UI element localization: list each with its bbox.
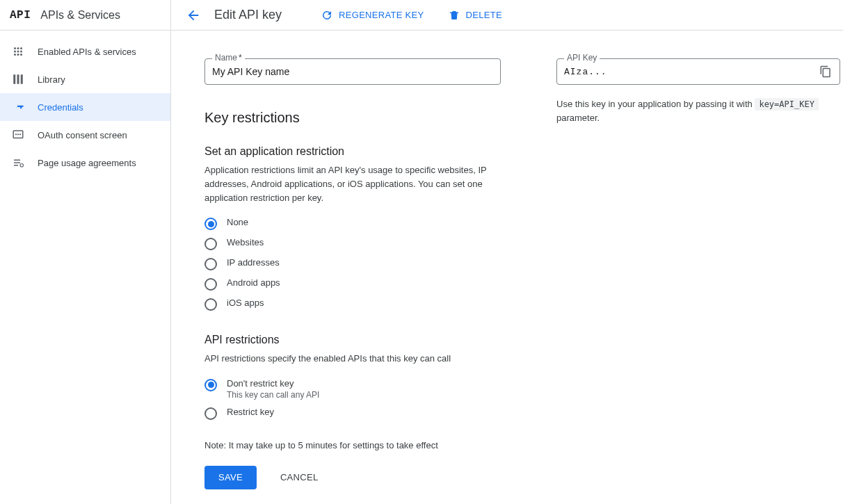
sidebar-item-library[interactable]: Library xyxy=(0,65,170,93)
radio-app-none[interactable]: None xyxy=(204,216,501,231)
product-logo: API xyxy=(10,9,31,22)
back-button[interactable] xyxy=(185,7,202,24)
library-icon xyxy=(11,72,25,86)
sidebar-nav: Enabled APIs & services Library Credenti… xyxy=(0,31,170,177)
svg-point-5 xyxy=(20,51,22,53)
name-field-label: Name * xyxy=(212,53,245,63)
copy-icon xyxy=(819,65,832,78)
api-key-hint: Use this key in your application by pass… xyxy=(556,97,840,124)
sidebar-item-label: Page usage agreements xyxy=(38,158,136,168)
sidebar-header: API APIs & Services xyxy=(0,0,170,31)
application-restriction-heading: Set an application restriction xyxy=(204,145,501,158)
settings-delay-note: Note: It may take up to 5 minutes for se… xyxy=(204,440,501,450)
api-restrictions-heading: API restrictions xyxy=(204,334,501,346)
sidebar-item-label: Credentials xyxy=(38,102,83,113)
sidebar-item-enabled-apis[interactable]: Enabled APIs & services xyxy=(0,38,170,65)
topbar: Edit API key Regenerate Key Delete xyxy=(171,0,843,31)
radio-app-android[interactable]: Android apps xyxy=(204,277,501,291)
consent-icon xyxy=(11,128,25,142)
sidebar-item-label: Library xyxy=(38,74,65,85)
radio-label: Don't restrict key xyxy=(227,378,319,389)
svg-point-4 xyxy=(17,51,19,53)
svg-point-13 xyxy=(15,133,17,135)
sidebar-item-label: OAuth consent screen xyxy=(38,130,127,140)
svg-rect-9 xyxy=(13,74,15,84)
radio-label: IP addresses xyxy=(227,257,280,268)
copy-api-key-button[interactable] xyxy=(819,65,833,79)
radio-label: Android apps xyxy=(227,277,280,288)
page-title: Edit API key xyxy=(214,8,282,22)
svg-point-15 xyxy=(19,133,21,135)
svg-point-8 xyxy=(20,54,22,56)
arrow-left-icon xyxy=(186,8,201,23)
radio-icon xyxy=(204,278,217,291)
radio-icon xyxy=(204,379,217,391)
radio-icon xyxy=(204,238,217,250)
radio-icon xyxy=(204,258,217,270)
key-restrictions-heading: Key restrictions xyxy=(204,110,501,126)
regenerate-key-button[interactable]: Regenerate Key xyxy=(315,6,429,24)
radio-sublabel: This key can call any API xyxy=(227,390,319,400)
main-area: Edit API key Regenerate Key Delete Name … xyxy=(171,0,843,504)
sidebar-item-oauth-consent[interactable]: OAuth consent screen xyxy=(0,121,170,149)
agreements-icon xyxy=(11,156,25,170)
application-restriction-desc: Application restrictions limit an API ke… xyxy=(204,163,488,205)
radio-icon xyxy=(204,218,217,230)
product-title: APIs & Services xyxy=(40,9,120,22)
svg-rect-11 xyxy=(21,74,23,84)
application-restriction-radio-group: None Websites IP addresses Android apps xyxy=(204,216,501,311)
radio-label: None xyxy=(227,217,248,227)
delete-label: Delete xyxy=(466,10,502,20)
api-restriction-radio-group: Don't restrict key This key can call any… xyxy=(204,377,501,421)
api-key-label: API Key xyxy=(564,53,600,63)
api-restrictions-desc: API restrictions specify the enabled API… xyxy=(204,352,488,366)
form-actions: Save Cancel xyxy=(204,466,501,489)
sidebar-item-label: Enabled APIs & services xyxy=(38,47,136,57)
key-icon xyxy=(11,100,25,114)
sidebar-item-page-usage-agreements[interactable]: Page usage agreements xyxy=(0,149,170,177)
right-column: API Key AIza... Use this key in your app… xyxy=(556,58,840,124)
svg-point-2 xyxy=(20,47,22,49)
regenerate-key-label: Regenerate Key xyxy=(339,10,424,20)
radio-label: iOS apps xyxy=(227,298,264,308)
name-field[interactable]: Name * xyxy=(204,58,501,85)
radio-app-websites[interactable]: Websites xyxy=(204,236,501,251)
api-key-hint-code: key=API_KEY xyxy=(755,98,818,111)
left-column: Name * Key restrictions Set an applicati… xyxy=(204,58,501,489)
api-key-value: AIza... xyxy=(564,67,819,77)
refresh-icon xyxy=(321,9,333,22)
svg-point-0 xyxy=(14,47,16,49)
api-key-field: API Key AIza... xyxy=(556,58,840,85)
radio-icon xyxy=(204,407,217,420)
cancel-button[interactable]: Cancel xyxy=(266,466,332,489)
trash-icon xyxy=(448,9,460,22)
radio-label: Restrict key xyxy=(227,407,274,417)
save-button[interactable]: Save xyxy=(204,466,257,489)
svg-point-6 xyxy=(14,54,16,56)
svg-point-1 xyxy=(17,47,19,49)
svg-point-7 xyxy=(17,54,19,56)
svg-rect-10 xyxy=(17,74,19,84)
grid-icon xyxy=(11,44,25,58)
svg-point-3 xyxy=(14,51,16,53)
radio-app-ip[interactable]: IP addresses xyxy=(204,257,501,271)
delete-button[interactable]: Delete xyxy=(442,6,508,24)
svg-point-14 xyxy=(17,133,19,135)
radio-label: Websites xyxy=(227,237,264,247)
sidebar: API APIs & Services Enabled APIs & servi… xyxy=(0,0,171,504)
radio-app-ios[interactable]: iOS apps xyxy=(204,297,501,311)
required-indicator: * xyxy=(239,53,242,63)
name-input[interactable] xyxy=(212,66,493,77)
radio-api-dont-restrict[interactable]: Don't restrict key This key can call any… xyxy=(204,377,501,400)
sidebar-item-credentials[interactable]: Credentials xyxy=(0,93,170,121)
radio-icon xyxy=(204,298,217,311)
svg-point-16 xyxy=(20,164,24,168)
radio-api-restrict[interactable]: Restrict key xyxy=(204,406,501,421)
